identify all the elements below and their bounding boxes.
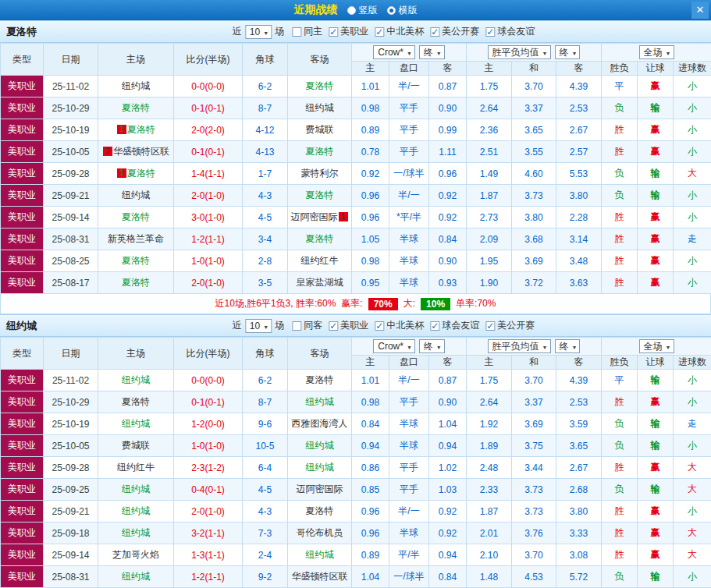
away-team[interactable]: 纽约城 [306, 102, 334, 113]
handicap-result-label-cell: 输 [638, 479, 674, 501]
result-label: 胜 [615, 527, 624, 538]
score-cell: 2-0(1-0) [174, 185, 243, 207]
home-team[interactable]: 纽约城 [122, 484, 150, 494]
filter-checkbox-4[interactable]: 球会友谊 [485, 25, 535, 38]
home-team-cell: 夏洛特 [98, 391, 174, 413]
checkbox-checked-icon [485, 321, 495, 331]
away-team[interactable]: 费城联 [306, 124, 334, 135]
away-team[interactable]: 蒙特利尔 [301, 168, 339, 179]
home-team[interactable]: 纽约城 [122, 571, 150, 582]
col-away: 客场 [288, 44, 352, 76]
goals-result-label: 走 [688, 418, 697, 429]
result-label: 平 [615, 80, 624, 91]
avg-away: 4.39 [570, 81, 588, 92]
home-team[interactable]: 华盛顿特区联 [113, 146, 169, 157]
match-date: 25-09-21 [52, 506, 89, 517]
away-team[interactable]: 西雅图海湾人 [292, 418, 348, 429]
avg-select[interactable]: 胜平负均值 [488, 339, 551, 353]
away-team[interactable]: 纽约红牛 [301, 255, 339, 266]
home-team[interactable]: 夏洛特 [122, 277, 150, 288]
home-team[interactable]: 夏洛特 [122, 102, 150, 113]
goals-result-label-cell: 大 [674, 163, 711, 185]
home-team[interactable]: 纽约城 [122, 418, 150, 429]
layout-radio-horizontal[interactable]: 横版 [387, 4, 418, 17]
away-team[interactable]: 夏洛特 [306, 505, 334, 516]
home-team[interactable]: 纽约城 [122, 80, 150, 91]
corner-score-cell: 4-3 [243, 185, 288, 207]
match-count-select[interactable]: 10 [245, 319, 272, 333]
away-team[interactable]: 夏洛特 [306, 80, 334, 91]
home-team[interactable]: 新英格兰革命 [108, 233, 164, 244]
odds-away-cell: 0.87 [429, 370, 467, 391]
away-team[interactable]: 华盛顿特区联 [292, 571, 348, 582]
home-team[interactable]: 纽约红牛 [117, 462, 155, 473]
avg-final-select[interactable]: 终 [555, 45, 581, 59]
close-button[interactable]: ✕ [691, 2, 709, 19]
away-team[interactable]: 夏洛特 [306, 374, 334, 385]
odds-home-cell: 1.01 [352, 370, 389, 391]
company-select[interactable]: Crow* [373, 339, 415, 353]
away-team[interactable]: 夏洛特 [306, 190, 334, 200]
odds-handicap-cell: 一/球半 [389, 163, 429, 185]
match-count-select[interactable]: 10 [245, 25, 272, 39]
away-team[interactable]: 迈阿密国际 [291, 211, 338, 222]
filter-checkbox-0[interactable]: 同客 [292, 319, 322, 332]
away-team[interactable]: 皇家盐湖城 [297, 277, 343, 288]
chevron-down-icon [542, 47, 548, 58]
avg-select[interactable]: 胜平负均值 [488, 45, 551, 59]
home-team[interactable]: 纽约城 [122, 374, 150, 385]
away-team[interactable]: 纽约城 [306, 440, 334, 451]
away-team[interactable]: 迈阿密国际 [297, 484, 343, 494]
home-team[interactable]: 夏洛特 [127, 168, 155, 179]
scope-select[interactable]: 全场 [639, 45, 674, 59]
filter-checkbox-4[interactable]: 美公开赛 [485, 319, 535, 332]
corner-score-cell: 7-3 [243, 522, 288, 544]
away-team[interactable]: 哥伦布机员 [297, 527, 343, 538]
home-team[interactable]: 纽约城 [122, 505, 150, 516]
home-team[interactable]: 纽约城 [122, 190, 150, 200]
goals-result-label-cell: 小 [674, 97, 711, 119]
home-team[interactable]: 夏洛特 [127, 124, 155, 135]
avg-away: 3.65 [570, 441, 588, 452]
handicap-result-label: 赢 [651, 549, 660, 560]
odds-handicap-cell: 半/一 [389, 370, 429, 391]
league-type-cell: 美职业 [1, 97, 44, 119]
odds-home-cell: 0.85 [352, 479, 389, 501]
goals-result-label-cell: 小 [674, 76, 711, 97]
filter-checkbox-2[interactable]: 中北美杯 [375, 319, 424, 332]
filter-checkbox-1[interactable]: 美职业 [329, 319, 368, 332]
filter-checkbox-0[interactable]: 同主 [292, 25, 322, 38]
away-team[interactable]: 纽约城 [306, 462, 334, 473]
avg-draw: 3.80 [524, 212, 542, 223]
home-team[interactable]: 芝加哥火焰 [112, 549, 159, 560]
home-team[interactable]: 夏洛特 [122, 255, 150, 266]
odds-final-select[interactable]: 终 [419, 339, 445, 353]
red-card-badge: 2 [103, 147, 112, 156]
away-team[interactable]: 纽约城 [306, 396, 334, 407]
layout-radio-vertical[interactable]: 竖版 [347, 4, 378, 17]
filter-checkbox-2[interactable]: 中北美杯 [375, 25, 424, 38]
home-team[interactable]: 费城联 [122, 440, 150, 451]
avg-away-cell: 3.48 [556, 250, 602, 272]
match-date: 25-10-05 [52, 441, 89, 452]
scope-select[interactable]: 全场 [639, 339, 674, 353]
filter-checkbox-1[interactable]: 美职业 [329, 25, 368, 38]
odds-away-cell: 0.90 [429, 250, 467, 272]
away-team[interactable]: 纽约城 [306, 549, 334, 560]
odds-final-select[interactable]: 终 [419, 45, 445, 59]
avg-final-select[interactable]: 终 [555, 339, 581, 353]
away-team[interactable]: 夏洛特 [306, 233, 334, 244]
result-label: 负 [615, 440, 624, 451]
goals-result-label: 小 [688, 255, 697, 266]
avg-away: 2.57 [570, 147, 588, 158]
results-table: 类型 日期 主场 比分(半场) 角球 客场 Crow* 终 [0, 337, 711, 588]
col-goals: 进球数 [674, 62, 711, 76]
company-select[interactable]: Crow* [373, 45, 415, 59]
away-team[interactable]: 夏洛特 [306, 146, 334, 157]
filter-checkbox-3[interactable]: 球会友谊 [430, 319, 479, 332]
home-team[interactable]: 夏洛特 [122, 211, 150, 222]
home-team[interactable]: 夏洛特 [122, 396, 150, 407]
odds-away: 0.90 [439, 103, 457, 114]
filter-checkbox-3[interactable]: 美公开赛 [430, 25, 479, 38]
home-team[interactable]: 纽约城 [122, 527, 150, 538]
